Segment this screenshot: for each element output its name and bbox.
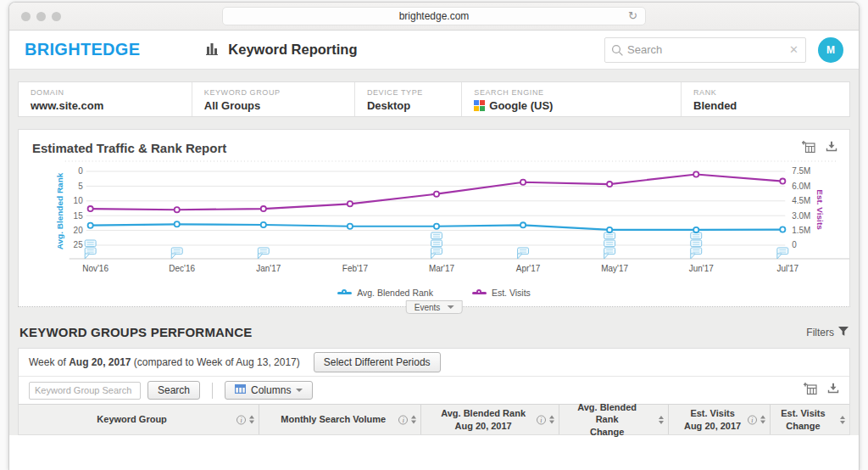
keyword-groups-table-panel: Week of Aug 20, 2017 (compared to Week o… — [18, 348, 850, 435]
main-content: Estimated Traffic & Rank Report 07.5M56.… — [9, 126, 859, 435]
legend-label: Avg. Blended Rank — [357, 288, 433, 298]
clear-search-icon[interactable]: ✕ — [789, 43, 798, 56]
download-icon[interactable] — [827, 383, 839, 399]
svg-text:6.0M: 6.0M — [792, 182, 810, 191]
svg-text:0: 0 — [78, 166, 83, 176]
info-icon[interactable]: i — [398, 415, 408, 424]
google-icon — [474, 100, 485, 111]
search-icon — [611, 44, 624, 60]
chevron-down-icon — [296, 389, 303, 392]
close-window-button[interactable] — [21, 12, 31, 21]
sort-icon[interactable] — [659, 416, 664, 424]
window-controls[interactable] — [21, 12, 61, 21]
svg-text:4.5M: 4.5M — [792, 196, 810, 205]
column-header-icons: i — [236, 415, 254, 424]
table-filters-button[interactable]: Filters — [806, 327, 849, 339]
traffic-rank-chart: 07.5M56.0M104.5M153.0M201.5M250Nov'16Dec… — [19, 160, 849, 279]
column-header-avg-blended-rank-aug-20-2017[interactable]: Avg. Blended RankAug 20, 2017i — [421, 405, 559, 434]
reload-icon[interactable]: ↻ — [628, 9, 637, 22]
filter-device-type[interactable]: DEVICE TYPEDesktop — [355, 82, 462, 116]
filter-label: SEARCH ENGINE — [474, 88, 669, 97]
add-to-dashboard-icon[interactable] — [802, 141, 816, 157]
column-header-monthly-search-volume[interactable]: Monthly Search Volumei — [259, 405, 421, 434]
legend-item-avg-blended-rank[interactable]: Avg. Blended Rank — [337, 288, 433, 298]
chart-canvas: 07.5M56.0M104.5M153.0M201.5M250Nov'16Dec… — [19, 160, 849, 279]
page-title-text: Keyword Reporting — [228, 42, 357, 58]
filters-label: Filters — [806, 327, 834, 339]
chart-legend: Avg. Blended RankEst. Visits — [19, 288, 849, 298]
column-header-keyword-group[interactable]: Keyword Groupi — [19, 405, 259, 434]
column-title: Keyword Group — [88, 413, 189, 425]
address-bar[interactable]: brightedge.com ↻ — [222, 7, 646, 25]
filter-search-engine[interactable]: SEARCH ENGINEGoogle (US) — [462, 82, 682, 116]
columns-grid-icon — [235, 384, 246, 396]
info-icon[interactable]: i — [236, 415, 246, 424]
browser-chrome: brightedge.com ↻ — [9, 3, 859, 31]
search-placeholder: Search — [627, 43, 662, 56]
filter-value: Google (US) — [474, 99, 669, 112]
filter-rank[interactable]: RANKBlended — [682, 82, 849, 116]
info-icon[interactable]: i — [537, 415, 546, 424]
column-header-icons — [659, 416, 664, 424]
sort-icon[interactable] — [840, 416, 845, 424]
filter-label: DEVICE TYPE — [367, 88, 449, 97]
svg-text:15: 15 — [74, 211, 84, 221]
week-text: Week of Aug 20, 2017 (compared to Week o… — [29, 356, 300, 368]
sort-icon[interactable] — [249, 416, 254, 424]
filter-strip: DOMAINwww.site.comKEYWORD GROUPAll Group… — [18, 81, 850, 117]
brightedge-logo[interactable]: BRIGHTEDGE — [25, 40, 140, 59]
column-header-icons: i — [748, 415, 765, 424]
global-search-input[interactable]: Search ✕ — [604, 37, 806, 63]
zoom-window-button[interactable] — [52, 12, 61, 21]
filter-label: DOMAIN — [31, 88, 180, 97]
legend-marker-icon — [337, 292, 352, 294]
column-title: Avg. Blended RankAug 20, 2017 — [432, 407, 548, 432]
sort-icon[interactable] — [549, 416, 554, 424]
svg-text:May'17: May'17 — [601, 264, 628, 273]
keyword-group-search-input[interactable] — [29, 382, 141, 400]
svg-text:Apr'17: Apr'17 — [516, 264, 541, 273]
sort-icon[interactable] — [411, 416, 416, 424]
svg-text:Nov'16: Nov'16 — [82, 264, 108, 273]
add-to-dashboard-icon[interactable] — [804, 383, 818, 399]
legend-item-est-visits[interactable]: Est. Visits — [472, 288, 531, 298]
filter-value: www.site.com — [31, 99, 180, 112]
screen: brightedge.com ↻ BRIGHTEDGE Keyword Repo… — [0, 0, 868, 470]
legend-label: Est. Visits — [492, 288, 531, 298]
column-title: Avg. Blended RankChange — [559, 401, 668, 438]
report-toolbar — [802, 141, 837, 157]
filter-domain[interactable]: DOMAINwww.site.com — [19, 82, 192, 116]
download-icon[interactable] — [826, 141, 837, 157]
section-title: KEYWORD GROUPS PERFORMANCE — [19, 325, 252, 339]
minimize-window-button[interactable] — [36, 12, 46, 21]
column-title: Est. VisitsChange — [772, 407, 847, 432]
filter-label: RANK — [693, 88, 837, 97]
events-dropdown[interactable]: Events — [406, 300, 463, 314]
table-header-row: Keyword GroupiMonthly Search VolumeiAvg.… — [19, 404, 849, 434]
performance-header: KEYWORD GROUPS PERFORMANCE Filters — [19, 325, 849, 339]
legend-marker-icon — [472, 292, 487, 294]
column-title: Monthly Search Volume — [272, 413, 408, 425]
funnel-icon — [838, 327, 849, 339]
avatar[interactable]: M — [818, 37, 843, 63]
search-button[interactable]: Search — [147, 381, 200, 400]
svg-text:3.0M: 3.0M — [792, 211, 810, 221]
svg-text:Jan'17: Jan'17 — [256, 264, 281, 273]
svg-text:25: 25 — [74, 240, 84, 249]
columns-label: Columns — [251, 384, 291, 396]
sort-icon[interactable] — [760, 416, 765, 424]
select-periods-button[interactable]: Select Different Periods — [314, 352, 441, 372]
column-header-est-visits-aug-20-2017[interactable]: Est. VisitsAug 20, 2017i — [669, 405, 771, 434]
column-header-avg-blended-rank-change[interactable]: Avg. Blended RankChange — [559, 405, 669, 434]
page-title: Keyword Reporting — [206, 42, 357, 59]
info-icon[interactable]: i — [748, 415, 757, 424]
chevron-down-icon — [447, 305, 453, 309]
filter-value: Blended — [693, 99, 837, 112]
table-controls-row: Search Columns — [19, 377, 849, 404]
column-header-est-visits-change[interactable]: Est. VisitsChange — [771, 405, 849, 434]
columns-button[interactable]: Columns — [225, 381, 313, 400]
report-title: Estimated Traffic & Rank Report — [19, 130, 849, 160]
events-label: Events — [415, 303, 441, 312]
filter-keyword-group[interactable]: KEYWORD GROUPAll Groups — [192, 82, 355, 116]
filter-value: Desktop — [367, 99, 449, 112]
